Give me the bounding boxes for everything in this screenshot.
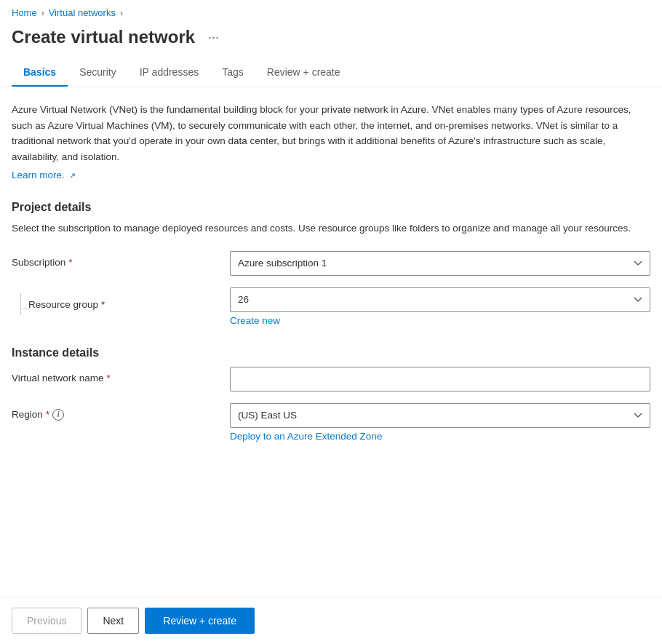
region-control: (US) East US Deploy to an Azure Extended… [230, 403, 650, 442]
region-label: Region * i [12, 403, 230, 421]
resource-group-label-text: Resource group [28, 299, 98, 310]
instance-details-title: Instance details [12, 346, 650, 359]
region-select[interactable]: (US) East US [230, 403, 650, 428]
breadcrumb: Home › Virtual networks › [12, 7, 650, 18]
vnet-description: Azure Virtual Network (VNet) is the fund… [12, 102, 650, 164]
learn-more-link[interactable]: Learn more. ↗ [12, 170, 76, 180]
learn-more-text: Learn more. [12, 170, 65, 180]
region-required: * [46, 409, 49, 420]
resource-group-select[interactable]: 26 [230, 287, 650, 312]
footer-bar: Previous Next Review + create [0, 597, 662, 644]
vnet-name-required: * [107, 373, 111, 383]
project-details-description: Select the subscription to manage deploy… [12, 221, 650, 236]
tab-ip-addresses[interactable]: IP addresses [128, 59, 210, 87]
resource-group-required: * [101, 299, 105, 310]
vnet-name-input[interactable] [230, 367, 650, 391]
subscription-label-text: Subscription [12, 257, 65, 268]
review-create-button[interactable]: Review + create [145, 608, 255, 634]
next-button[interactable]: Next [87, 608, 139, 634]
vnet-name-label: Virtual network name * [12, 367, 230, 383]
breadcrumb-sep-1: › [41, 8, 44, 18]
tab-review-create[interactable]: Review + create [255, 59, 352, 87]
region-info-icon[interactable]: i [52, 409, 64, 421]
region-field: Region * i (US) East US Deploy to an Azu… [12, 403, 650, 442]
tab-basics[interactable]: Basics [12, 59, 68, 87]
subscription-control: Azure subscription 1 [230, 251, 650, 276]
tab-tags[interactable]: Tags [210, 59, 255, 87]
subscription-required: * [68, 257, 72, 268]
breadcrumb-home[interactable]: Home [12, 7, 37, 18]
external-link-icon: ↗ [69, 171, 76, 180]
breadcrumb-sep-2: › [120, 8, 123, 18]
previous-button[interactable]: Previous [12, 608, 81, 634]
page-title: Create virtual network [12, 27, 195, 47]
tab-security[interactable]: Security [68, 59, 128, 87]
subscription-select[interactable]: Azure subscription 1 [230, 251, 650, 276]
resource-group-control: 26 Create new [230, 287, 650, 326]
region-label-text: Region [12, 409, 43, 420]
tabs-bar: Basics Security IP addresses Tags Review… [0, 59, 662, 87]
project-details-title: Project details [12, 201, 650, 214]
subscription-field: Subscription * Azure subscription 1 [12, 251, 650, 276]
vnet-name-label-text: Virtual network name [12, 373, 104, 383]
more-options-button[interactable]: ··· [204, 28, 223, 47]
vnet-name-control [230, 367, 650, 391]
vnet-name-field: Virtual network name * [12, 367, 650, 391]
breadcrumb-virtual-networks[interactable]: Virtual networks [49, 7, 116, 18]
deploy-extended-zone-link[interactable]: Deploy to an Azure Extended Zone [230, 431, 382, 442]
subscription-label: Subscription * [12, 251, 230, 268]
create-new-link[interactable]: Create new [230, 315, 280, 326]
